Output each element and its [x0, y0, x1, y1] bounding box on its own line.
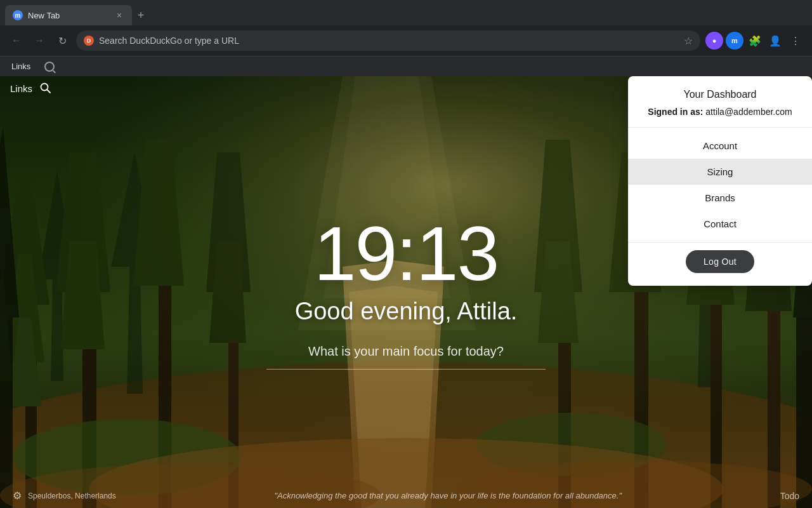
bottom-left: ⚙ Speulderbos, Netherlands — [13, 490, 116, 502]
logout-button[interactable]: Log Out — [686, 250, 754, 273]
menu-item-contact[interactable]: Contact — [628, 211, 812, 237]
settings-icon[interactable]: ⚙ — [13, 490, 22, 502]
profile-button[interactable]: 👤 — [766, 32, 784, 50]
dashboard-dropdown: Your Dashboard Signed in as: attila@adde… — [628, 76, 812, 286]
bookmark-star-icon[interactable]: ☆ — [684, 35, 693, 47]
location-label: Speulderbos, Netherlands — [28, 491, 116, 500]
menu-item-account[interactable]: Account — [628, 133, 812, 159]
forward-button[interactable]: → — [30, 32, 48, 50]
active-tab[interactable]: m New Tab × — [5, 5, 132, 25]
focus-question-text: What is your main focus for today? — [308, 344, 504, 359]
clock-display: 19:13 — [314, 215, 498, 291]
nav-actions: ● m 🧩 👤 ⋮ — [705, 32, 804, 50]
browser-frame: m New Tab × + ← → ↻ D Search DuckDuckGo … — [0, 0, 812, 508]
menu-item-brands[interactable]: Brands — [628, 185, 812, 211]
dashboard-menu: Account Sizing Brands Contact — [628, 128, 812, 242]
dashboard-header: Your Dashboard Signed in as: attila@adde… — [628, 76, 812, 128]
extension-blue-button[interactable]: m — [726, 32, 743, 50]
ddg-favicon: D — [84, 36, 94, 46]
tab-title: New Tab — [28, 11, 109, 20]
address-text: Search DuckDuckGo or type a URL — [99, 36, 679, 46]
greeting-text: Good evening, Attila. — [295, 298, 518, 325]
nav-bar: ← → ↻ D Search DuckDuckGo or type a URL … — [0, 25, 812, 56]
bookmarks-bar: Links — [0, 56, 812, 76]
page-content: Links 🌙 9° Seattle 19:13 Good evening, A… — [0, 76, 812, 508]
signed-in-label: Signed in as: — [648, 107, 703, 117]
bookmarks-links-label: Links — [11, 62, 30, 71]
todo-label[interactable]: Todo — [780, 491, 799, 501]
back-button[interactable]: ← — [8, 32, 25, 50]
extensions-button[interactable]: 🧩 — [746, 32, 764, 50]
dashboard-signed-in: Signed in as: attila@addember.com — [643, 107, 797, 117]
new-tab-button[interactable]: + — [132, 6, 150, 24]
dashboard-footer: Log Out — [628, 242, 812, 286]
tab-bar: m New Tab × + — [0, 0, 812, 25]
chrome-menu-button[interactable]: ⋮ — [787, 32, 804, 50]
focus-input-line[interactable] — [266, 369, 546, 370]
dashboard-title: Your Dashboard — [643, 89, 797, 100]
tab-close-button[interactable]: × — [114, 10, 124, 20]
bookmarks-search-icon[interactable] — [44, 62, 55, 72]
extension-purple-button[interactable]: ● — [705, 32, 723, 50]
reload-button[interactable]: ↻ — [53, 32, 71, 50]
tab-favicon: m — [13, 10, 23, 20]
bookmarks-links-item[interactable]: Links — [8, 60, 34, 72]
address-bar[interactable]: D Search DuckDuckGo or type a URL ☆ — [76, 30, 700, 51]
bottom-bar: ⚙ Speulderbos, Netherlands "Acknowledgin… — [0, 490, 812, 502]
menu-item-sizing[interactable]: Sizing — [628, 159, 812, 185]
signed-in-email: attila@addember.com — [705, 107, 792, 117]
quote-text: "Acknowledging the good that you already… — [274, 491, 622, 500]
